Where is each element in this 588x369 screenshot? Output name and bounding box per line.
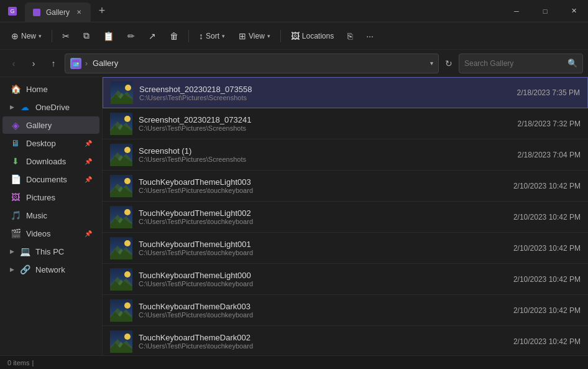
gallery-icon: ◈ [10, 119, 21, 131]
file-path: C:\Users\Test\Pictures\Screenshots [139, 156, 512, 163]
view-label: View [249, 32, 265, 40]
file-date: 2/18/2023 7:04 PM [518, 151, 581, 159]
sidebar-item-gallery[interactable]: ◈ Gallery [2, 116, 99, 134]
maximize-button[interactable]: □ [531, 0, 559, 22]
sidebar-item-music[interactable]: 🎵 Music [2, 207, 99, 224]
locations-button[interactable]: 🖼 Locations [285, 28, 340, 44]
tab-gallery-label: Gallery [46, 8, 70, 17]
cut-button[interactable]: ✂ [56, 28, 76, 44]
right-panel: Screenshot_20230218_073558 C:\Users\Test… [103, 77, 588, 355]
file-name: Screenshot_20230218_073241 [139, 115, 512, 124]
file-date: 2/10/2023 10:42 PM [513, 306, 581, 315]
address-dropdown-icon[interactable]: ▾ [430, 60, 433, 67]
sort-button[interactable]: ↕ Sort ▾ [193, 28, 231, 44]
share-button[interactable]: ↗ [142, 28, 162, 44]
minimize-button[interactable]: ─ [502, 0, 531, 22]
rename-button[interactable]: ✏ [121, 28, 141, 44]
file-path: C:\Users\Test\Pictures\touchkeyboard [139, 249, 507, 256]
file-thumb [110, 144, 132, 166]
file-item[interactable]: TouchKeyboardThemeDark002 C:\Users\Test\… [103, 326, 588, 355]
view-button[interactable]: ⊞ View ▾ [232, 28, 277, 44]
forward-button[interactable]: › [25, 55, 42, 72]
file-item[interactable]: TouchKeyboardThemeLight000 C:\Users\Test… [103, 264, 588, 295]
sidebar-label-gallery: Gallery [26, 121, 52, 130]
file-date: 2/10/2023 10:42 PM [513, 182, 581, 190]
delete-icon: 🗑 [170, 31, 178, 41]
file-item[interactable]: TouchKeyboardThemeLight001 C:\Users\Test… [103, 233, 588, 264]
search-box[interactable]: 🔍 [459, 54, 583, 73]
sidebar-item-downloads[interactable]: ⬇ Downloads 📌 [2, 152, 99, 170]
view-chevron-icon: ▾ [267, 33, 270, 39]
file-name: TouchKeyboardThemeLight000 [139, 271, 507, 280]
sidebar-item-thispc[interactable]: ▶ 💻 This PC [2, 243, 99, 260]
file-item[interactable]: TouchKeyboardThemeLight002 C:\Users\Test… [103, 202, 588, 233]
svg-point-6 [77, 62, 79, 64]
path-separator: › [85, 59, 88, 68]
file-thumb [110, 330, 132, 353]
new-button[interactable]: ⊕ New ▾ [5, 28, 48, 44]
delete-button[interactable]: 🗑 [163, 28, 185, 44]
file-path: C:\Users\Test\Pictures\touchkeyboard [139, 342, 507, 350]
tab-gallery[interactable]: Gallery ✕ [25, 2, 91, 22]
new-tab-button[interactable]: + [93, 2, 111, 20]
toolbar: ⊕ New ▾ ✂ ⧉ 📋 ✏ ↗ 🗑 ↕ Sort ▾ ⊞ View ▾ 🖼 … [0, 22, 588, 50]
file-item[interactable]: Screenshot_20230218_073558 C:\Users\Test… [103, 77, 588, 108]
file-path: C:\Users\Test\Pictures\touchkeyboard [139, 280, 507, 287]
address-bar[interactable]: › Gallery ▾ [65, 54, 439, 73]
sidebar-item-videos[interactable]: 🎬 Videos 📌 [2, 225, 99, 242]
file-item[interactable]: TouchKeyboardThemeDark003 C:\Users\Test\… [103, 295, 588, 326]
tab-close-button[interactable]: ✕ [75, 8, 83, 17]
svg-point-50 [124, 334, 131, 340]
up-button[interactable]: ↑ [45, 55, 62, 72]
videos-icon: 🎬 [10, 228, 21, 239]
file-name: TouchKeyboardThemeDark003 [139, 302, 507, 311]
sidebar-item-network[interactable]: ▶ 🔗 Network [2, 261, 99, 278]
file-thumbnail [110, 175, 132, 197]
file-item[interactable]: Screenshot_20230218_073241 C:\Users\Test… [103, 108, 588, 139]
title-bar: G Gallery ✕ + ─ □ ✕ [0, 0, 588, 22]
sort-icon: ↕ [199, 31, 203, 41]
file-info: Screenshot_20230218_073558 C:\Users\Test… [139, 85, 511, 101]
cut-icon: ✂ [62, 31, 70, 41]
file-date: 2/10/2023 10:42 PM [513, 337, 581, 346]
new-icon: ⊕ [11, 31, 19, 41]
copy-icon: ⧉ [83, 30, 90, 41]
sidebar-item-onedrive[interactable]: ▶ ☁ OneDrive [2, 98, 99, 116]
sidebar-item-documents[interactable]: 📄 Documents 📌 [2, 170, 99, 188]
new-label: New [21, 32, 36, 40]
file-thumbnail [110, 330, 132, 353]
file-path: C:\Users\Test\Pictures\touchkeyboard [139, 187, 507, 194]
sidebar-label-desktop: Desktop [26, 139, 56, 148]
onedrive-expand-icon: ▶ [10, 104, 14, 110]
sidebar-item-desktop[interactable]: 🖥 Desktop 📌 [2, 134, 99, 152]
sidebar-item-pictures[interactable]: 🖼 Pictures [2, 189, 99, 206]
videos-pin-icon: 📌 [85, 230, 92, 237]
copy-button[interactable]: ⧉ [77, 27, 96, 44]
sidebar-label-thispc: This PC [35, 247, 64, 256]
file-thumbnail [110, 268, 132, 291]
file-item[interactable]: TouchKeyboardThemeLight003 C:\Users\Test… [103, 170, 588, 202]
close-button[interactable]: ✕ [559, 0, 588, 22]
svg-rect-2 [33, 9, 40, 16]
svg-point-20 [124, 147, 131, 153]
file-thumbnail [111, 82, 133, 104]
paste-button[interactable]: 📋 [97, 28, 120, 44]
downloads-pin-icon: 📌 [85, 158, 92, 165]
cast-button[interactable]: ⎘ [341, 28, 359, 44]
pictures-icon: 🖼 [10, 192, 21, 203]
svg-text:G: G [10, 8, 14, 14]
downloads-icon: ⬇ [10, 156, 21, 167]
share-icon: ↗ [149, 31, 156, 41]
sidebar-item-home[interactable]: 🏠 Home [2, 80, 99, 98]
file-info: Screenshot (1) C:\Users\Test\Pictures\Sc… [139, 146, 512, 163]
file-item[interactable]: Screenshot (1) C:\Users\Test\Pictures\Sc… [103, 139, 588, 170]
refresh-button[interactable]: ↻ [441, 57, 456, 70]
file-date: 2/18/2023 7:35 PM [517, 88, 580, 97]
file-info: TouchKeyboardThemeLight000 C:\Users\Test… [139, 271, 507, 287]
back-button[interactable]: ‹ [5, 55, 22, 72]
file-info: TouchKeyboardThemeLight002 C:\Users\Test… [139, 208, 507, 225]
file-list: Screenshot_20230218_073558 C:\Users\Test… [103, 77, 588, 355]
search-icon: 🔍 [567, 58, 577, 68]
search-input[interactable] [464, 59, 564, 68]
more-button[interactable]: ··· [360, 28, 380, 44]
